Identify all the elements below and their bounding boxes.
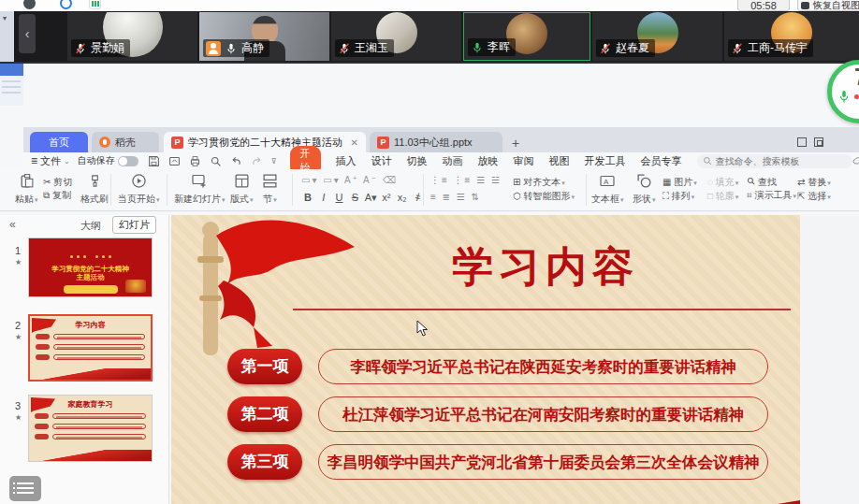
layout-button[interactable]: 版式 (230, 173, 254, 206)
new-tab-button[interactable]: + (512, 136, 519, 151)
replace-button[interactable]: ⇄ 替换 (797, 176, 831, 190)
desktop-topbar: 05:58 恢复自视图 (0, 0, 859, 11)
ribbon-tab-member[interactable]: 会员专享 (641, 154, 682, 168)
participant-name: 景勤娟 (91, 40, 124, 56)
participant-name: 李晖 (488, 39, 510, 55)
ribbon-tab-slideshow[interactable]: 放映 (478, 154, 499, 168)
tab-outline[interactable]: 大纲 (80, 219, 101, 233)
redo-icon[interactable] (251, 155, 263, 167)
find-button[interactable]: 查找 (747, 176, 796, 189)
tab-docer[interactable]: 稻壳 (92, 132, 159, 152)
cut-button[interactable]: ✂ 剪切 (43, 176, 72, 189)
item-text-box: 李昌明领学中国共产党河北省第十届委员会第三次全体会议精神 (318, 444, 768, 480)
meeting-layout-button[interactable] (9, 476, 41, 501)
ribbon-tab-view[interactable]: 视图 (549, 154, 570, 168)
participant-tile[interactable]: 工商-马传宇 (724, 12, 859, 61)
thumb-wave (30, 368, 151, 380)
mouse-cursor (416, 320, 429, 338)
file-menu[interactable]: ≡文件⌄ (31, 154, 70, 168)
content-row: 第三项 李昌明领学中国共产党河北省第十届委员会第三次全体会议精神 (171, 444, 800, 482)
participant-tile[interactable]: 高静 (199, 12, 329, 61)
main-slide[interactable]: 学习内容 第一项 李晖领学习近平总书记在陕西延安考察时的重要讲话精神 第二项 杜… (171, 215, 800, 504)
ribbon-tab-design[interactable]: 设计 (371, 154, 392, 168)
strike-button[interactable]: S (348, 192, 361, 203)
ribbon-tab-transition[interactable]: 切换 (407, 154, 428, 168)
superscript-button[interactable]: x² (380, 192, 393, 203)
underline-button[interactable]: U (333, 192, 346, 203)
ribbon-tab-review[interactable]: 审阅 (514, 154, 534, 168)
save-icon[interactable] (148, 155, 160, 167)
cloud-icon[interactable] (852, 155, 859, 166)
mic-muted-icon (338, 42, 351, 55)
search-input[interactable] (716, 156, 847, 166)
font-size-controls[interactable]: ▭▾ ▭▾ A⁺ A⁻ ⌫ (301, 175, 398, 185)
ribbon-tab-devtools[interactable]: 开发工具 (585, 154, 626, 168)
play-from-current-button[interactable]: 当页开始 (118, 173, 160, 206)
textbox-button[interactable]: A 文本框 (591, 173, 624, 206)
fill-button[interactable]: ◌ 填充 (707, 176, 738, 190)
mic-muted-icon (599, 42, 612, 55)
collapse-panel-button[interactable]: « (9, 218, 16, 231)
export-icon[interactable] (168, 155, 181, 167)
tab-document-2[interactable]: P11.03中心组.pptx (370, 132, 502, 152)
participant-tile[interactable]: 景勤娟 (67, 12, 197, 61)
cut-copy-group: ✂ 剪切 ⧉ 复制 (43, 176, 72, 202)
select-button[interactable]: ⇱ 选择 (797, 190, 831, 204)
copy-button[interactable]: ⧉ 复制 (43, 189, 72, 202)
format-painter-button[interactable]: 格式刷 (80, 173, 109, 206)
widget-count: 7 (854, 63, 859, 92)
fill-icon: ◌ (707, 177, 713, 187)
present-tools-button[interactable]: ⌗ 演示工具 (747, 189, 796, 203)
font-color-button[interactable]: A▾ (364, 192, 377, 204)
italic-button[interactable]: I (317, 192, 330, 203)
restore-window-icon[interactable] (797, 137, 807, 147)
new-slide-button[interactable]: 新建幻灯片 (174, 173, 226, 206)
undo-icon[interactable] (230, 155, 242, 167)
browser-icon[interactable] (60, 0, 72, 9)
arrange-button[interactable]: ⛶ 排列 (662, 190, 697, 204)
ribbon-tab-animation[interactable]: 动画 (443, 154, 463, 168)
ribbon-tab-insert[interactable]: 插入 (336, 154, 357, 168)
print-icon[interactable] (189, 155, 201, 167)
svg-text:A: A (604, 178, 609, 186)
chart-app-icon[interactable] (89, 0, 101, 9)
align-text-button[interactable]: ⊞ 对齐文本 (513, 176, 575, 190)
presenter-badge-icon (206, 41, 221, 56)
section-button[interactable]: 节 (262, 173, 278, 206)
participant-tile[interactable]: 王湘玉 (331, 12, 461, 61)
title-underline (293, 309, 791, 310)
list-controls[interactable]: ⋮≡ ⋮≡ ☰ ☱ (430, 175, 502, 185)
slide-thumbnail-2-selected[interactable]: 学习内容 (28, 314, 153, 382)
autosave-toggle[interactable]: 自动保存 (78, 154, 138, 167)
preview-icon[interactable] (210, 155, 222, 167)
copy-icon: ⧉ (43, 190, 50, 200)
shapes-button[interactable]: 形状 (633, 173, 656, 206)
tab-active-document[interactable]: P 学习贯彻党的二十大精神主题活动 ✕ (164, 132, 366, 152)
thumb-wave (29, 450, 152, 461)
participant-tile-speaking[interactable]: 李晖 (463, 12, 590, 61)
participant-tile[interactable]: 赵春夏 (592, 12, 722, 61)
taskbar-app-icon[interactable] (23, 0, 36, 9)
play-icon (131, 173, 147, 189)
restore-view-button[interactable]: 恢复自视图 (797, 0, 859, 11)
slide-number: 2 (15, 320, 21, 331)
collapse-video-strip-button[interactable]: ‹ (19, 14, 36, 53)
paste-button[interactable]: 粘贴 (15, 173, 38, 206)
bold-button[interactable]: B (301, 192, 314, 203)
smart-graphic-button[interactable]: ⬡ 转智能图形 (513, 190, 575, 204)
align-controls[interactable]: ≡ ≣ ☰ ⇅ (430, 192, 481, 202)
slide-thumbnail-3[interactable]: 家庭教育学习 (28, 395, 153, 462)
slide-title: 学习内容 (340, 239, 751, 295)
slide-thumbnail-1[interactable]: 学习贯彻党的二十大精神主题活动 (28, 238, 153, 297)
shapes-icon (636, 173, 652, 189)
toggle-off-icon[interactable] (118, 156, 138, 166)
tab-home[interactable]: 首页 (30, 132, 88, 152)
more-tools-caret-icon[interactable]: ⊽ (271, 157, 277, 166)
tab-slides[interactable]: 幻灯片 (112, 216, 156, 234)
picture-button[interactable]: ▦ 图片 (662, 176, 697, 190)
layout-grid-icon[interactable] (814, 137, 823, 147)
outline-button[interactable]: □ 轮廓 (707, 190, 738, 204)
subscript-button[interactable]: x₂ (396, 192, 409, 203)
close-tab-icon[interactable]: ✕ (351, 137, 358, 148)
command-search[interactable] (697, 154, 852, 168)
